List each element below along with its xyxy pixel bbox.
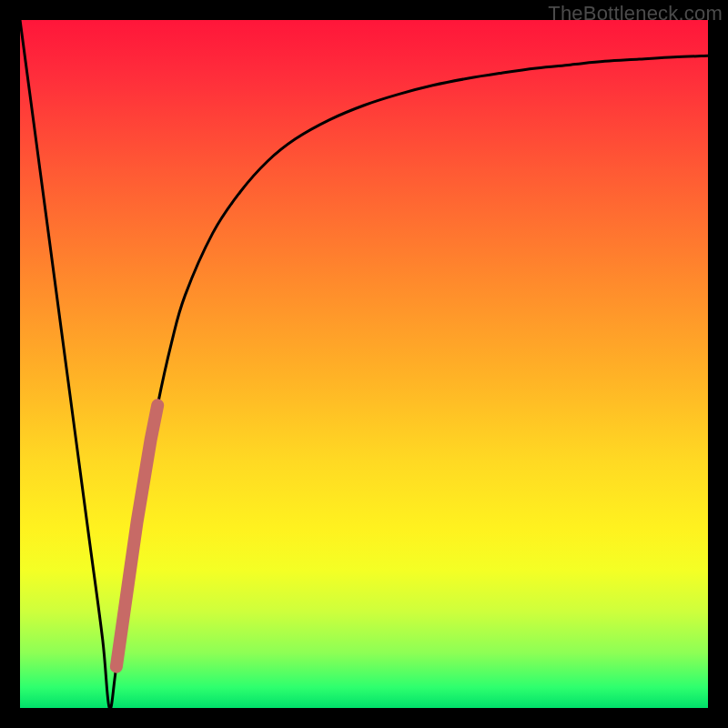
plot-area xyxy=(20,20,708,708)
watermark-text: TheBottleneck.com xyxy=(548,2,723,25)
highlight-segment xyxy=(116,405,157,666)
chart-svg xyxy=(20,20,708,708)
curve-layer xyxy=(20,20,708,709)
chart-frame: TheBottleneck.com xyxy=(0,0,728,728)
